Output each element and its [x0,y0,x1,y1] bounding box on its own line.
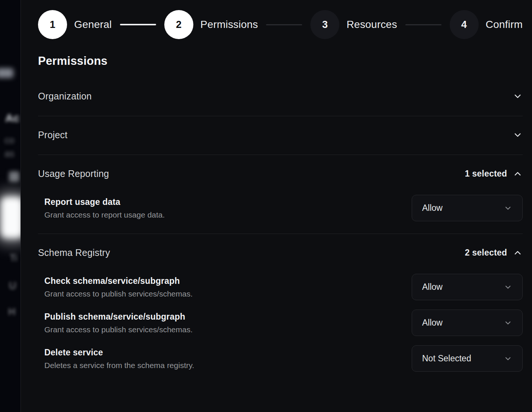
wizard-step-resources[interactable]: 3 Resources [310,10,397,39]
permission-row: Delete service Deletes a service from th… [38,345,523,372]
section-title: Schema Registry [38,247,110,258]
selected-count: 2 selected [465,248,507,258]
blurred-pill [0,68,13,78]
permission-row: Publish schema/service/subgraph Grant ac… [38,310,523,336]
section-header-usage-reporting[interactable]: Usage Reporting 1 selected [38,155,523,193]
step-label: Resources [346,19,397,31]
blurred-text-line: co [4,135,14,146]
step-connector [405,24,441,25]
section-header-schema-registry[interactable]: Schema Registry 2 selected [38,234,523,272]
permission-description: Grant access to publish services/schemas… [44,289,193,298]
blurred-menu-item: Ti [10,253,17,263]
permission-select[interactable]: Allow [412,195,523,221]
step-number-circle: 2 [164,10,193,39]
background-app-strip: Ac co as Ti U H [0,0,20,412]
chevron-down-icon [513,130,523,140]
permission-select-value: Allow [422,318,443,328]
blurred-menu-item: U [9,280,16,292]
permission-select[interactable]: Allow [412,274,523,300]
blurred-highlight-card [1,197,20,238]
wizard-step-confirm[interactable]: 4 Confirm [450,10,523,39]
step-number-circle: 1 [38,10,67,39]
wizard-step-general[interactable]: 1 General [38,10,112,39]
selected-count: 1 selected [465,169,507,179]
permission-select-value: Allow [422,203,443,213]
blurred-icon [9,171,19,182]
permissions-sections: Organization Project [38,77,523,384]
section-title: Project [38,130,67,140]
step-connector [266,24,302,25]
section-header-project[interactable]: Project [38,116,523,155]
permission-title: Report usage data [44,197,165,207]
section-title: Organization [38,91,92,102]
chevron-down-icon [513,91,523,101]
section-title: Usage Reporting [38,168,109,179]
chevron-down-icon [504,283,512,291]
step-number-circle: 4 [450,10,479,39]
permission-select[interactable]: Not Selected [412,345,523,372]
page-title: Permissions [38,54,523,68]
permission-title: Check schema/service/subgraph [44,276,193,286]
permission-row: Report usage data Grant access to report… [38,195,523,221]
step-label: Confirm [486,19,523,31]
step-number-circle: 3 [310,10,339,39]
permission-select-value: Allow [422,282,443,292]
blurred-text-line: as [4,148,14,159]
blurred-menu-item: H [8,306,16,318]
blurred-brand-text: Ac [5,112,20,127]
create-key-wizard-panel: 1 General 2 Permissions 3 Resources 4 Co… [20,0,532,412]
permission-title: Publish schema/service/subgraph [44,312,193,322]
chevron-down-icon [504,204,512,212]
chevron-up-icon [513,248,523,258]
permission-description: Grant access to report usage data. [44,210,165,219]
wizard-stepper: 1 General 2 Permissions 3 Resources 4 Co… [38,10,523,39]
permission-title: Delete service [44,348,194,358]
permission-description: Grant access to publish services/schemas… [44,325,193,334]
chevron-up-icon [513,169,523,179]
step-connector-active [120,24,156,25]
chevron-down-icon [504,354,512,363]
section-header-organization[interactable]: Organization [38,77,523,116]
wizard-step-permissions[interactable]: 2 Permissions [164,10,258,39]
permission-select-value: Not Selected [422,354,471,364]
chevron-down-icon [504,318,512,327]
permission-description: Deletes a service from the schema regist… [44,361,194,370]
permission-select[interactable]: Allow [412,310,523,336]
permission-row: Check schema/service/subgraph Grant acce… [38,274,523,300]
step-label: General [74,19,112,31]
step-label: Permissions [200,19,258,31]
